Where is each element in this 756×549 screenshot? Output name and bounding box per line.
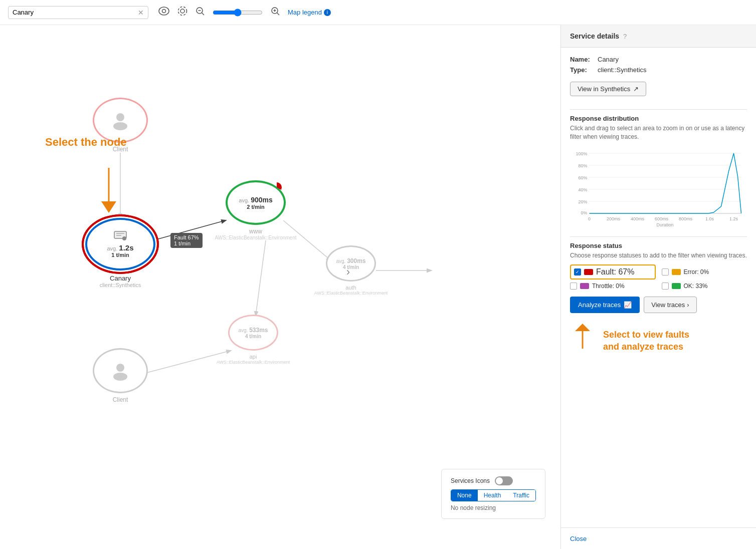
clear-search-icon[interactable]: ✕ [138,9,144,17]
svg-text:0%: 0% [581,210,587,215]
services-icons-toggle[interactable] [495,476,513,485]
svg-text:400ms: 400ms [631,216,645,221]
svg-point-22 [122,236,126,240]
client-bottom-label: Client [113,396,128,403]
response-distribution-title: Response distribution [570,115,747,122]
analyze-traces-button[interactable]: Analyze traces 📈 [570,297,640,313]
panel-title: Service details [570,32,619,40]
fault-checkbox[interactable] [574,268,581,276]
toolbar-icons: Map legend i [158,6,331,19]
main-content: Client avg. 1.2s 1 t/min Canary client: [0,25,756,549]
client-bottom-node[interactable]: Client [93,348,148,403]
svg-marker-26 [101,201,116,213]
select-node-annotation: Select the node [45,135,127,150]
svg-point-18 [113,122,127,130]
ok-checkbox[interactable] [662,283,669,290]
close-button[interactable]: Close [570,535,587,542]
map-legend-label: Map legend [288,9,322,16]
settings-icon[interactable] [177,6,187,19]
services-icons-label: Services Icons [451,477,490,484]
view-synthetics-label: View in Synthetics [578,85,630,93]
search-box[interactable]: ✕ [8,6,148,19]
throttle-status-item[interactable]: Throttle: 0% [570,283,656,290]
map-chevron-right[interactable]: › [346,265,350,279]
map-legend-button[interactable]: Map legend i [288,9,331,16]
view-traces-button[interactable]: View traces › [644,297,696,313]
ok-color-box [672,283,681,289]
api-label: api [217,354,290,360]
fault-label: Fault: 67% [596,267,634,277]
throttle-color-box [580,283,589,289]
legend-button-group[interactable]: None Health Traffic [451,489,536,501]
name-value: Canary [598,56,619,63]
legend-btn-health[interactable]: Health [478,490,507,501]
svg-point-23 [116,364,124,372]
throttle-label: Throttle: 0% [592,283,625,290]
svg-text:1.2s: 1.2s [729,216,738,221]
chart-icon: 📈 [624,301,632,309]
type-value: client::Synthetics [598,66,647,74]
error-color-box [672,269,681,275]
throttle-checkbox[interactable] [570,283,577,290]
fault-color-box [584,269,593,275]
error-status-item[interactable]: Error: 0% [662,264,747,280]
legend-btn-none[interactable]: None [451,490,478,501]
analyze-annotation-text: Select to view faultsand analyze traces [603,329,689,353]
ok-label: OK: 33% [684,283,708,290]
svg-text:60%: 60% [578,175,587,180]
fault-badge: Fault 67%1 t/min [170,233,203,248]
map-legend-info-icon: i [324,9,331,16]
type-label: Type: [570,66,598,74]
auth-node[interactable]: avg. 300ms 4 t/min auth AWS::ElasticBean… [326,245,376,296]
canary-node[interactable]: avg. 1.2s 1 t/min Canary client::Synthet… [85,218,155,288]
svg-line-10 [277,13,280,16]
www-label: www [215,228,296,235]
zoom-out-icon[interactable] [196,7,205,18]
auth-label: auth [314,285,388,291]
legend-no-node-resizing: No node resizing [451,504,536,511]
panel-divider-2 [570,236,747,237]
action-buttons: Analyze traces 📈 View traces › [570,297,747,313]
svg-text:20%: 20% [578,199,587,204]
www-node[interactable]: avg. 900ms 2 t/min www AWS::ElasticBeans… [226,180,286,240]
api-sublabel: AWS::ElasticBeanstalk::Environment [217,360,290,365]
zoom-slider[interactable] [213,9,263,17]
auth-sublabel: AWS::ElasticBeanstalk::Environment [314,291,388,296]
svg-line-14 [256,240,266,316]
response-status-grid: Fault: 67% Error: 0% Throttle: 0% [570,264,747,290]
annotation-up-arrow [570,321,595,351]
svg-text:100%: 100% [576,151,587,156]
view-traces-label: View traces [651,301,685,309]
response-status-desc: Choose response statuses to add to the f… [570,251,747,260]
analyze-traces-label: Analyze traces [578,301,621,309]
api-node[interactable]: avg. 533ms 4 t/min api AWS::ElasticBeans… [228,315,278,365]
response-distribution-chart[interactable]: 100% 80% 60% 40% 20% 0% 0 [570,146,747,228]
legend-btn-traffic[interactable]: Traffic [507,490,535,501]
view-synthetics-button[interactable]: View in Synthetics ↗ [570,82,646,96]
zoom-range-input[interactable] [213,9,263,17]
svg-text:0: 0 [588,216,591,221]
www-sublabel: AWS::ElasticBeanstalk::Environment [215,235,296,240]
eye-icon[interactable] [158,7,169,18]
annotation-arrow [96,165,121,217]
ok-status-item[interactable]: OK: 33% [662,283,747,290]
toolbar: ✕ [0,0,756,25]
response-status-title: Response status [570,242,747,249]
svg-text:800ms: 800ms [679,216,693,221]
response-distribution-desc: Click and drag to select an area to zoom… [570,124,747,141]
canary-sublabel: client::Synthetics [100,282,141,288]
svg-line-13 [283,220,331,260]
svg-point-17 [116,113,124,121]
map-area[interactable]: Client avg. 1.2s 1 t/min Canary client: [0,25,560,549]
svg-text:1.0s: 1.0s [705,216,714,221]
svg-text:80%: 80% [578,163,587,168]
help-icon[interactable]: ? [623,33,627,40]
fault-status-item[interactable]: Fault: 67% [570,264,656,280]
error-checkbox[interactable] [662,268,669,276]
svg-text:40%: 40% [578,187,587,192]
svg-text:600ms: 600ms [655,216,669,221]
chevron-right-icon: › [687,301,689,309]
zoom-in-icon[interactable] [271,7,280,18]
svg-line-6 [202,13,205,16]
search-input[interactable] [13,9,138,16]
